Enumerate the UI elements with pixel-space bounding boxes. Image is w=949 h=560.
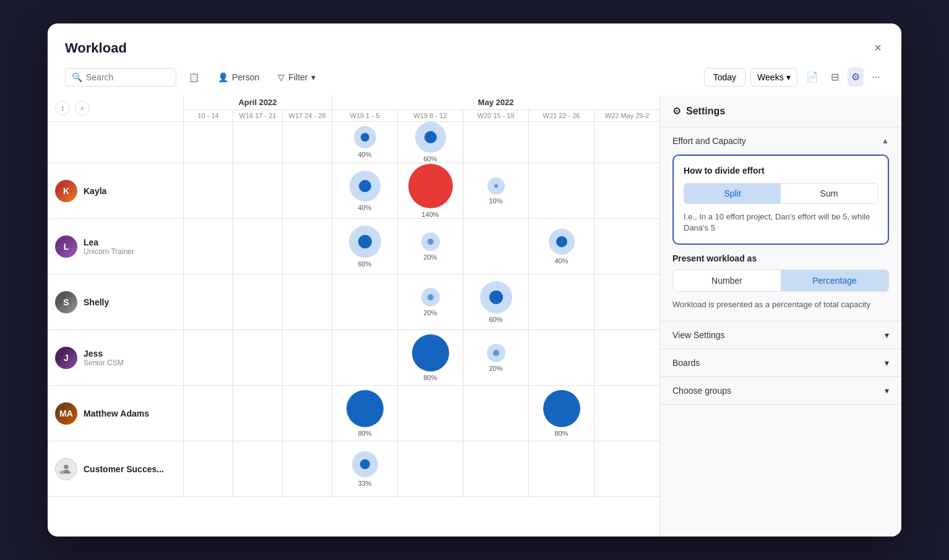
avatar bbox=[55, 458, 77, 480]
kayla-april-weeks bbox=[184, 163, 332, 218]
top-row-name-spacer bbox=[48, 122, 184, 163]
jess-w20-pct: 20% bbox=[489, 365, 502, 372]
search-input[interactable] bbox=[86, 72, 170, 82]
kayla-w17 bbox=[283, 163, 332, 218]
weeks-select[interactable]: Weeks ▾ bbox=[750, 68, 797, 87]
avatar: K bbox=[55, 180, 77, 202]
lea-w21: 40% bbox=[529, 219, 595, 274]
top-pct-row: 40% 60% bbox=[48, 122, 659, 163]
save-view-button[interactable]: 📋 bbox=[182, 69, 205, 86]
customer-w21 bbox=[529, 441, 595, 496]
table-view-button[interactable]: 📄 bbox=[802, 67, 822, 87]
effort-capacity-content: How to divide effort Split Sum I.e., In … bbox=[660, 155, 901, 321]
shelly-w19: 20% bbox=[398, 274, 463, 329]
avatar: MA bbox=[55, 402, 77, 425]
more-options-button[interactable]: ··· bbox=[869, 68, 884, 87]
person-info-lea: L Lea Unicorn Trainer bbox=[48, 219, 184, 274]
lea-w16 bbox=[233, 219, 283, 274]
table-row: Customer Succes... bbox=[48, 441, 659, 497]
jess-w19-circle bbox=[412, 334, 449, 371]
jess-w16 bbox=[233, 330, 283, 385]
number-percentage-toggle-group: Number Percentage bbox=[672, 269, 889, 292]
matthew-w18-pct: 80% bbox=[358, 430, 371, 437]
lea-w19-inner bbox=[427, 239, 434, 245]
effort-capacity-section: Effort and Capacity ▲ How to divide effo… bbox=[660, 127, 901, 321]
filter-chevron-icon: ▾ bbox=[311, 72, 316, 82]
split-button[interactable]: Split bbox=[684, 184, 781, 203]
collapse-left-button[interactable]: ‹ bbox=[75, 101, 90, 116]
jess-w14 bbox=[184, 330, 233, 385]
matthew-w18: 80% bbox=[332, 386, 398, 441]
jess-w18 bbox=[332, 330, 398, 385]
boards-section[interactable]: Boards ▾ bbox=[660, 349, 901, 377]
settings-button[interactable]: ⚙ bbox=[848, 67, 864, 87]
w18-top-pct: 40% bbox=[358, 151, 371, 158]
toolbar: 🔍 📋 👤 Person ▽ Filter ▾ Today Weeks ▾ 📄 … bbox=[48, 67, 901, 95]
jess-april-weeks bbox=[184, 330, 332, 385]
matthew-may-weeks: 80% 80% bbox=[332, 386, 659, 441]
boards-label: Boards bbox=[672, 358, 700, 368]
customer-w17 bbox=[283, 441, 332, 496]
search-box[interactable]: 🔍 bbox=[65, 68, 176, 87]
april-top-row bbox=[184, 122, 332, 163]
person-name-customer: Customer Succes... bbox=[84, 464, 164, 474]
shelly-april-weeks bbox=[184, 274, 332, 329]
person-filter-button[interactable]: 👤 Person bbox=[212, 69, 265, 86]
view-settings-label: View Settings bbox=[672, 330, 725, 340]
person-info-matthew: MA Matthew Adams bbox=[48, 386, 184, 441]
matthew-w19 bbox=[398, 386, 463, 441]
close-button[interactable]: × bbox=[872, 38, 884, 57]
lea-w21-bubble: 40% bbox=[549, 229, 575, 265]
april-w17-top bbox=[283, 122, 332, 163]
matthew-w18-circle bbox=[346, 390, 384, 427]
jess-w22 bbox=[595, 330, 659, 385]
weeks-label: Weeks bbox=[757, 72, 784, 82]
customer-w20 bbox=[463, 441, 529, 496]
split-view-button[interactable]: ⊟ bbox=[827, 67, 843, 87]
number-button[interactable]: Number bbox=[673, 270, 781, 291]
search-icon: 🔍 bbox=[72, 72, 82, 82]
shelly-w20-bubble: 60% bbox=[480, 281, 512, 323]
shelly-w21 bbox=[529, 274, 595, 329]
percentage-button[interactable]: Percentage bbox=[781, 270, 888, 291]
filter-button[interactable]: ▽ Filter ▾ bbox=[272, 69, 322, 86]
table-row: S Shelly bbox=[48, 274, 659, 330]
week-label-w16: W16 17 - 21 bbox=[233, 110, 283, 121]
w19-top-circle bbox=[415, 122, 446, 153]
shelly-w19-pct: 20% bbox=[423, 309, 437, 316]
customer-w18-inner bbox=[360, 459, 370, 469]
sum-button[interactable]: Sum bbox=[781, 184, 877, 203]
jess-may-weeks: 80% 20% bbox=[332, 330, 659, 385]
view-settings-section[interactable]: View Settings ▾ bbox=[660, 321, 901, 349]
w18-top-circle bbox=[354, 126, 376, 148]
settings-panel: ⚙ Settings Effort and Capacity ▲ How to … bbox=[660, 95, 901, 537]
choose-groups-section[interactable]: Choose groups ▾ bbox=[660, 377, 901, 405]
may-w22-top bbox=[595, 122, 659, 163]
split-description: I.e., In a 10 effort project, Dan's effo… bbox=[684, 211, 878, 234]
avatar: L bbox=[55, 235, 77, 258]
lea-w18-inner bbox=[358, 235, 372, 248]
week-label-w21: W21 22 - 26 bbox=[529, 110, 595, 121]
effort-capacity-header[interactable]: Effort and Capacity ▲ bbox=[660, 127, 901, 155]
table-row: MA Matthew Adams bbox=[48, 386, 659, 441]
week-label-w20: W20 15 - 19 bbox=[463, 110, 529, 121]
avatar: J bbox=[55, 347, 77, 369]
kayla-w18-pct: 40% bbox=[358, 204, 371, 211]
workload-description: Workload is presented as a percentage of… bbox=[672, 299, 889, 310]
customer-w18: 33% bbox=[332, 441, 398, 496]
kayla-w20-bubble: 10% bbox=[487, 177, 505, 205]
table-row: L Lea Unicorn Trainer bbox=[48, 219, 659, 274]
shelly-w20: 60% bbox=[463, 274, 529, 329]
split-sum-toggle-group: Split Sum bbox=[684, 183, 878, 204]
week-label-w17: W17 24 - 28 bbox=[283, 110, 332, 121]
shelly-w19-bubble: 20% bbox=[421, 288, 440, 316]
customer-april-weeks bbox=[184, 441, 332, 496]
today-button[interactable]: Today bbox=[704, 68, 745, 87]
lea-w18-pct: 60% bbox=[358, 260, 371, 268]
april-w16-top bbox=[233, 122, 283, 163]
collapse-button[interactable]: ↕ bbox=[55, 101, 70, 116]
jess-w20-circle bbox=[487, 344, 505, 362]
w19-top-pct: 60% bbox=[423, 155, 437, 163]
table-row: K Kayla bbox=[48, 163, 659, 219]
modal-header: Workload × bbox=[48, 23, 901, 67]
